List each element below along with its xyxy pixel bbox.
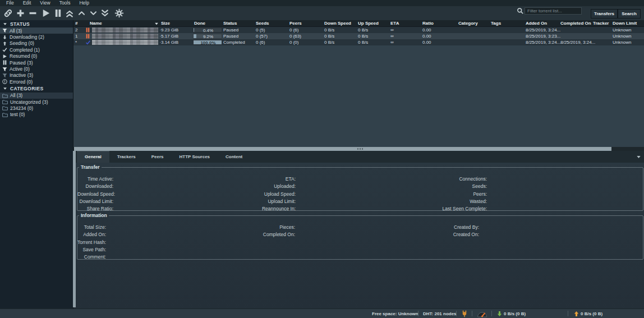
col-header-peers[interactable]: Peers bbox=[289, 21, 302, 26]
table-row[interactable]: 1 5.17 GiB 9.2% Paused 0 (57) 0 (63) 0 B… bbox=[73, 33, 644, 39]
transfer-legend: Transfer bbox=[79, 164, 102, 170]
separator bbox=[456, 311, 457, 316]
completed-state-icon bbox=[85, 40, 91, 45]
add-torrent-button[interactable] bbox=[13, 8, 27, 19]
sidebar-item-completed[interactable]: Completed (1) bbox=[0, 47, 73, 53]
sidebar-item-inactive[interactable]: Inactive (3) bbox=[0, 72, 73, 79]
folder-icon bbox=[2, 112, 8, 117]
information-labels-col2: Pieces:Completed On: bbox=[236, 224, 295, 239]
col-header-down-limit[interactable]: Down Limit bbox=[613, 21, 637, 26]
sidebar-item-paused[interactable]: Paused (3) bbox=[0, 59, 73, 66]
tab-transfers[interactable]: Transfers bbox=[591, 9, 618, 19]
torrent-name-redacted bbox=[92, 40, 158, 45]
dht-nodes-label[interactable]: DHT: 201 nodes bbox=[423, 311, 457, 316]
upload-speed-arrow-icon bbox=[574, 311, 579, 317]
status-section-header[interactable]: STATUS bbox=[0, 20, 73, 27]
menu-view[interactable]: View bbox=[35, 0, 54, 6]
funnel-icon bbox=[2, 67, 7, 72]
chevron-down-icon bbox=[89, 9, 98, 17]
col-header-down-speed[interactable]: Down Speed bbox=[324, 21, 351, 26]
tab-peers[interactable]: Peers bbox=[144, 151, 172, 163]
table-row[interactable]: 2 9.23 GiB 0.4% Paused 0 (5) 0 (6) 0 B/s… bbox=[73, 27, 644, 33]
sidebar-item-all-categories[interactable]: All (3) bbox=[0, 93, 73, 99]
search-icon bbox=[517, 7, 523, 14]
tab-trackers[interactable]: Trackers bbox=[109, 151, 144, 163]
sidebar-item-errored[interactable]: Errored (0) bbox=[0, 79, 73, 85]
information-legend: Information bbox=[79, 213, 109, 218]
paused-state-icon bbox=[85, 34, 90, 39]
folder-icon bbox=[2, 105, 8, 110]
resume-button[interactable] bbox=[39, 8, 52, 19]
collapse-pane-caret-icon[interactable] bbox=[636, 155, 641, 159]
tab-search[interactable]: Search bbox=[618, 9, 641, 19]
information-labels-col1: Total Size:Added On: Torrent Hash:Save P… bbox=[77, 224, 106, 261]
options-button[interactable] bbox=[112, 8, 126, 19]
tab-general[interactable]: General bbox=[77, 151, 109, 163]
horizontal-scrollbar-thumb[interactable] bbox=[74, 147, 611, 151]
progress-bar: 0.4% bbox=[193, 27, 222, 33]
sidebar-item-all-status[interactable]: All (3) bbox=[0, 27, 73, 34]
information-labels-col3: Created By:Created On: bbox=[404, 224, 479, 239]
download-speed-label[interactable]: 0 B/s (0 B) bbox=[504, 311, 526, 316]
connection-status-icon[interactable] bbox=[461, 310, 468, 317]
menu-tools[interactable]: Tools bbox=[55, 0, 75, 6]
menu-edit[interactable]: Edit bbox=[19, 0, 36, 6]
col-header-status[interactable]: Status bbox=[223, 21, 237, 26]
transfer-labels-col1: Time Active:Downloaded: Download Speed:D… bbox=[77, 176, 113, 213]
menu-help[interactable]: Help bbox=[75, 0, 93, 6]
tab-http-sources[interactable]: HTTP Sources bbox=[172, 151, 218, 163]
plus-icon bbox=[16, 8, 25, 18]
categories-section-header[interactable]: CATEGORIES bbox=[0, 85, 73, 93]
scrollbar-grip bbox=[357, 148, 364, 150]
transfer-labels-col2: ETA:Uploaded: Upload Speed:Upload Limit:… bbox=[236, 176, 296, 213]
menu-bar: File Edit View Tools Help bbox=[0, 0, 644, 6]
filter-torrent-input[interactable] bbox=[525, 7, 582, 15]
play-icon bbox=[2, 54, 7, 59]
sidebar-item-resumed[interactable]: Resumed (0) bbox=[0, 53, 73, 59]
folder-icon bbox=[2, 93, 8, 98]
col-header-size[interactable]: Size bbox=[161, 21, 170, 26]
col-header-tracker[interactable]: Tracker bbox=[593, 21, 609, 26]
upload-speed-label[interactable]: 0 B/s (0 B) bbox=[581, 311, 602, 316]
col-header-category[interactable]: Category bbox=[458, 21, 478, 26]
sidebar: STATUS All (3) Downloading (2) Seeding (… bbox=[0, 20, 73, 308]
sidebar-item-active[interactable]: Active (0) bbox=[0, 66, 73, 72]
col-header-tags[interactable]: Tags bbox=[491, 21, 501, 26]
col-header-num[interactable]: # bbox=[75, 21, 77, 26]
tab-content[interactable]: Content bbox=[218, 151, 250, 163]
progress-bar: 100.0% bbox=[193, 40, 222, 45]
alt-speed-gauge-icon[interactable] bbox=[477, 311, 487, 317]
torrent-name-redacted bbox=[92, 34, 158, 39]
sidebar-item-seeding[interactable]: Seeding (0) bbox=[0, 40, 73, 47]
sidebar-item-234234[interactable]: 234234 (0) bbox=[0, 105, 73, 111]
col-header-eta[interactable]: ETA bbox=[390, 21, 399, 26]
sidebar-item-downloading[interactable]: Downloading (2) bbox=[0, 34, 73, 40]
menu-file[interactable]: File bbox=[2, 0, 19, 6]
sidebar-item-test[interactable]: test (0) bbox=[0, 112, 73, 118]
horizontal-scrollbar-track[interactable] bbox=[73, 147, 644, 151]
pause-icon bbox=[2, 60, 7, 65]
chevron-up-icon bbox=[77, 9, 86, 17]
queue-bottom-button[interactable] bbox=[98, 8, 112, 19]
col-header-ratio[interactable]: Ratio bbox=[422, 21, 434, 26]
collapse-caret-icon bbox=[3, 22, 7, 26]
col-header-added-on[interactable]: Added On bbox=[526, 21, 547, 26]
sort-caret-icon bbox=[154, 22, 159, 26]
add-torrent-link-button[interactable] bbox=[1, 8, 15, 19]
col-header-seeds[interactable]: Seeds bbox=[256, 21, 269, 26]
col-header-done[interactable]: Done bbox=[194, 21, 205, 26]
gear-icon bbox=[114, 8, 124, 18]
chevron-double-down-icon bbox=[100, 9, 109, 18]
paused-state-icon bbox=[85, 27, 90, 33]
col-header-up-speed[interactable]: Up Speed bbox=[358, 21, 379, 26]
col-header-name[interactable]: Name bbox=[90, 21, 102, 26]
sidebar-item-uncategorized[interactable]: Uncategorized (3) bbox=[0, 99, 73, 105]
col-header-completed-on[interactable]: Completed On bbox=[560, 21, 591, 26]
general-details-pane: Transfer Time Active:Downloaded: Downloa… bbox=[73, 163, 644, 308]
chevron-double-up-icon bbox=[65, 9, 74, 18]
funnel-icon bbox=[2, 28, 7, 33]
torrent-list-empty-area[interactable] bbox=[73, 45, 644, 147]
delete-torrent-button[interactable] bbox=[26, 8, 39, 19]
transfer-labels-col3: Connections:Seeds: Peers:Wasted: Last Se… bbox=[404, 176, 487, 213]
table-row[interactable]: * 3.14 GiB 100.0% Completed 0 (6) 0 (0) … bbox=[73, 39, 644, 45]
